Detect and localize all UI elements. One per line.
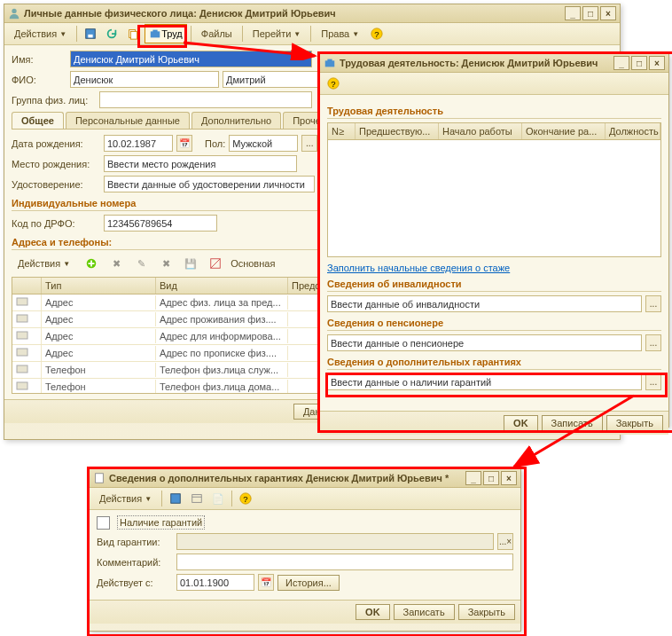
svg-rect-2 <box>89 35 93 38</box>
list-icon[interactable] <box>187 489 207 508</box>
delete-icon[interactable]: ✖ <box>106 254 126 273</box>
disability-input[interactable]: Ввести данные об инвалидности <box>327 295 642 312</box>
svg-rect-17 <box>17 382 27 389</box>
footer: OK Записать Закрыть <box>320 411 668 435</box>
cross-icon[interactable]: ✖ <box>156 254 176 273</box>
svg-rect-19 <box>327 59 332 62</box>
drfo-input[interactable]: 123456789654 <box>104 215 217 232</box>
close-button[interactable]: × <box>501 471 517 485</box>
name-label: Имя: <box>12 54 66 65</box>
choose-icon[interactable]: ... <box>645 334 661 351</box>
save-icon[interactable] <box>81 24 100 43</box>
document-icon <box>93 472 105 484</box>
svg-point-0 <box>12 9 16 13</box>
dob-input[interactable]: 10.02.1987 <box>104 135 173 152</box>
pob-label: Место рождения: <box>12 159 100 169</box>
titlebar[interactable]: Сведения о дополнительных гарантиях Дени… <box>90 469 520 488</box>
svg-rect-23 <box>171 494 181 504</box>
maximize-button[interactable]: □ <box>631 56 647 70</box>
dob-label: Дата рождения: <box>12 138 100 149</box>
maximize-button[interactable]: □ <box>582 6 598 20</box>
tab-additional[interactable]: Дополнительно <box>191 112 281 129</box>
choose-icon[interactable]: ... <box>301 135 317 152</box>
calendar-icon[interactable]: 📅 <box>176 135 192 152</box>
go-menu[interactable]: Перейти▼ <box>246 26 308 42</box>
col-type: Тип <box>42 278 156 294</box>
svg-line-11 <box>211 259 221 269</box>
date-input[interactable]: 01.01.1900 <box>176 574 254 591</box>
guarantees-input[interactable]: Ввести данные о наличии гарантий <box>327 373 642 390</box>
col-num: N≥ <box>328 123 356 139</box>
name-input[interactable]: Денисюк Дмитрий Юрьевич <box>70 51 312 67</box>
tab-general[interactable]: Общее <box>12 112 64 129</box>
has-guarantees-checkbox[interactable] <box>97 516 110 530</box>
copy-icon[interactable] <box>123 24 143 43</box>
fill-initial-link[interactable]: Заполнить начальные сведения о стаже <box>327 263 510 273</box>
actions-menu[interactable]: Действия▼ <box>93 491 158 506</box>
rights-menu[interactable]: Права▼ <box>315 26 365 42</box>
pob-input[interactable]: Ввести место рождения <box>104 155 297 172</box>
person-icon <box>8 7 20 20</box>
pension-input[interactable]: Ввести данные о пенсионере <box>327 334 642 351</box>
choose-icon[interactable]: ... <box>645 295 661 312</box>
titlebar[interactable]: Личные данные физического лица: Денисюк … <box>4 4 620 23</box>
date-label: Действует с: <box>97 577 173 588</box>
close-dialog-button[interactable]: Закрыть <box>458 604 515 620</box>
svg-rect-13 <box>17 315 27 322</box>
close-button[interactable]: × <box>649 56 665 70</box>
type-input[interactable] <box>176 533 494 550</box>
help-icon[interactable]: ? <box>236 489 255 508</box>
addr-actions-menu[interactable]: Действия▼ <box>12 255 76 271</box>
add-icon[interactable] <box>82 254 101 273</box>
save-button[interactable]: Записать <box>394 604 455 620</box>
fio-label: ФИО: <box>12 75 66 85</box>
calendar-icon[interactable]: 📅 <box>258 574 274 591</box>
form-body: Трудовая деятельность N≥ Предшествую... … <box>320 95 668 411</box>
svg-rect-24 <box>192 495 202 503</box>
help-icon[interactable]: ? <box>324 74 343 93</box>
choose-icon[interactable]: ... <box>645 373 661 390</box>
tab-personal[interactable]: Персональные данные <box>66 112 190 129</box>
window-title: Сведения о дополнительных гарантиях Дени… <box>109 473 449 483</box>
help-icon[interactable]: ? <box>367 24 387 43</box>
comment-input[interactable] <box>176 554 513 570</box>
refresh-icon[interactable] <box>102 24 121 43</box>
form-body: Наличие гарантий Вид гарантии: ...× Комм… <box>90 510 520 600</box>
history-button[interactable]: История... <box>277 575 340 591</box>
col-prev: Предшествую... <box>356 123 439 139</box>
lastname-input[interactable]: Денисюк <box>70 71 219 88</box>
toolbar: Действия▼ 📄 ? <box>90 488 520 510</box>
files-menu[interactable]: Файлы <box>195 26 238 42</box>
doc-icon[interactable]: 📄 <box>208 489 228 508</box>
comment-label: Комментарий: <box>97 557 173 568</box>
minimize-button[interactable]: _ <box>613 56 629 70</box>
svg-rect-14 <box>17 332 27 339</box>
svg-rect-12 <box>17 298 27 305</box>
main-toggle-icon[interactable] <box>206 254 225 273</box>
ok-button[interactable]: OK <box>356 604 390 620</box>
save-button[interactable]: Записать <box>542 415 603 431</box>
window-guarantees: Сведения о дополнительных гарантиях Дени… <box>89 468 521 632</box>
close-dialog-button[interactable]: Закрыть <box>606 415 663 431</box>
sex-input[interactable]: Мужской <box>229 135 298 152</box>
save-small-icon[interactable]: 💾 <box>181 254 200 273</box>
choose-icon[interactable]: ...× <box>497 533 513 550</box>
titlebar[interactable]: Трудовая деятельность: Денисюк Дмитрий Ю… <box>320 54 668 73</box>
minimize-button[interactable]: _ <box>565 6 581 20</box>
footer: OK Записать Закрыть <box>90 600 520 624</box>
ok-button[interactable]: OK <box>504 415 538 431</box>
labor-section: Трудовая деятельность <box>327 106 661 119</box>
group-input[interactable] <box>99 91 312 108</box>
col-kind: Вид <box>156 278 288 294</box>
save-icon[interactable] <box>166 489 185 508</box>
close-button[interactable]: × <box>600 6 616 20</box>
id-label: Удостоверение: <box>12 179 100 190</box>
minimize-button[interactable]: _ <box>465 471 481 485</box>
actions-menu[interactable]: Действия▼ <box>8 26 73 42</box>
main-label: Основная <box>231 258 275 269</box>
id-input[interactable]: Ввести данные об удостоверении личности <box>104 176 315 192</box>
labor-grid[interactable]: N≥ Предшествую... Начало работы Окончани… <box>327 122 661 257</box>
edit-icon[interactable]: ✎ <box>131 254 151 273</box>
maximize-button[interactable]: □ <box>483 471 499 485</box>
trud-button[interactable]: Труд <box>145 24 187 43</box>
